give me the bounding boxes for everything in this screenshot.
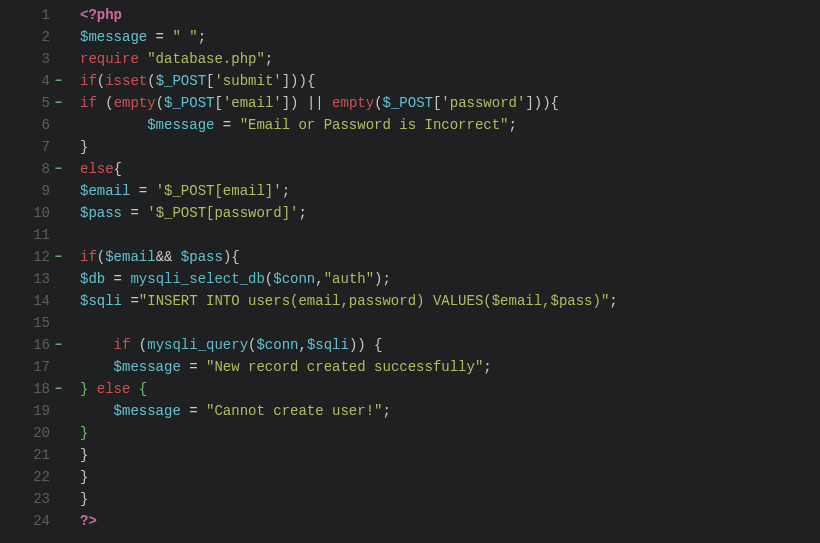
code-token: ( bbox=[156, 95, 164, 111]
line-number: 10 bbox=[0, 202, 50, 224]
code-token: "Cannot create user!" bbox=[206, 403, 382, 419]
code-editor[interactable]: 1234−5−678−9101112−13141516−1718−1920212… bbox=[0, 0, 820, 532]
code-line[interactable]: $message = "Cannot create user!"; bbox=[80, 400, 618, 422]
line-number: 24 bbox=[0, 510, 50, 532]
code-token: ; bbox=[298, 205, 306, 221]
code-token: $sqli bbox=[307, 337, 349, 353]
code-token: "auth" bbox=[324, 271, 374, 287]
code-line[interactable]: } else { bbox=[80, 378, 618, 400]
code-token: mysqli_select_db bbox=[130, 271, 264, 287]
code-token: mysqli_query bbox=[147, 337, 248, 353]
code-token: if bbox=[80, 95, 97, 111]
fold-marker-icon[interactable]: − bbox=[55, 92, 62, 114]
code-line[interactable]: $email = '$_POST[email]'; bbox=[80, 180, 618, 202]
code-area[interactable]: <?php$message = " ";require "database.ph… bbox=[72, 4, 618, 532]
code-token: ?> bbox=[80, 513, 97, 529]
line-number: 21 bbox=[0, 444, 50, 466]
code-line[interactable]: } bbox=[80, 466, 618, 488]
code-token: ; bbox=[483, 359, 491, 375]
code-token: ( bbox=[374, 95, 382, 111]
code-line[interactable]: <?php bbox=[80, 4, 618, 26]
code-token: , bbox=[298, 337, 306, 353]
code-line[interactable]: if (empty($_POST['email']) || empty($_PO… bbox=[80, 92, 618, 114]
code-token bbox=[80, 403, 114, 419]
code-line[interactable]: if($email&& $pass){ bbox=[80, 246, 618, 268]
code-token: $_POST bbox=[156, 73, 206, 89]
code-line[interactable]: if (mysqli_query($conn,$sqli)) { bbox=[80, 334, 618, 356]
code-line[interactable]: } bbox=[80, 444, 618, 466]
code-line[interactable] bbox=[80, 312, 618, 334]
code-token: ( bbox=[147, 73, 155, 89]
code-line[interactable]: else{ bbox=[80, 158, 618, 180]
line-number: 14 bbox=[0, 290, 50, 312]
code-line[interactable]: $db = mysqli_select_db($conn,"auth"); bbox=[80, 268, 618, 290]
line-number: 18− bbox=[0, 378, 50, 400]
code-token: $email bbox=[80, 183, 130, 199]
fold-marker-icon[interactable]: − bbox=[55, 70, 62, 92]
code-token: ( bbox=[97, 73, 105, 89]
code-token: = bbox=[214, 117, 239, 133]
fold-marker-icon[interactable]: − bbox=[55, 378, 62, 400]
code-line[interactable]: $sqli ="INSERT INTO users(email,password… bbox=[80, 290, 618, 312]
code-token: " " bbox=[172, 29, 197, 45]
fold-marker-icon[interactable]: − bbox=[55, 246, 62, 268]
code-line[interactable]: ?> bbox=[80, 510, 618, 532]
code-token: $_POST bbox=[164, 95, 214, 111]
line-number: 15 bbox=[0, 312, 50, 334]
code-line[interactable]: } bbox=[80, 422, 618, 444]
code-token: ])){ bbox=[525, 95, 559, 111]
code-token: require bbox=[80, 51, 139, 67]
line-number: 7 bbox=[0, 136, 50, 158]
line-number: 1 bbox=[0, 4, 50, 26]
code-token: } bbox=[80, 491, 88, 507]
code-token: if bbox=[80, 73, 97, 89]
line-number: 8− bbox=[0, 158, 50, 180]
code-token bbox=[80, 117, 147, 133]
code-line[interactable]: } bbox=[80, 488, 618, 510]
code-line[interactable] bbox=[80, 224, 618, 246]
code-token: ; bbox=[265, 51, 273, 67]
code-token: $sqli bbox=[80, 293, 122, 309]
line-number: 4− bbox=[0, 70, 50, 92]
code-line[interactable]: $message = " "; bbox=[80, 26, 618, 48]
code-token: )) { bbox=[349, 337, 383, 353]
code-token: empty bbox=[332, 95, 374, 111]
code-line[interactable]: if(isset($_POST['submit'])){ bbox=[80, 70, 618, 92]
code-token: ( bbox=[265, 271, 273, 287]
line-number: 11 bbox=[0, 224, 50, 246]
code-line[interactable]: $message = "New record created successfu… bbox=[80, 356, 618, 378]
code-token: ; bbox=[609, 293, 617, 309]
code-token: <?php bbox=[80, 7, 122, 23]
code-token: } bbox=[80, 447, 88, 463]
code-token: = bbox=[147, 29, 172, 45]
line-number: 5− bbox=[0, 92, 50, 114]
code-token: "INSERT INTO users(email,password) VALUE… bbox=[139, 293, 609, 309]
code-token bbox=[80, 337, 114, 353]
code-token: $_POST bbox=[383, 95, 433, 111]
code-line[interactable]: $message = "Email or Password is Incorre… bbox=[80, 114, 618, 136]
code-line[interactable]: } bbox=[80, 136, 618, 158]
line-number: 19 bbox=[0, 400, 50, 422]
code-token: $pass bbox=[181, 249, 223, 265]
code-token: } bbox=[80, 139, 88, 155]
fold-marker-icon[interactable]: − bbox=[55, 334, 62, 356]
code-token: "Email or Password is Incorrect" bbox=[240, 117, 509, 133]
code-token: ; bbox=[382, 403, 390, 419]
code-token: ){ bbox=[223, 249, 240, 265]
code-token: = bbox=[122, 205, 147, 221]
line-number: 6 bbox=[0, 114, 50, 136]
line-number: 12− bbox=[0, 246, 50, 268]
line-number: 13 bbox=[0, 268, 50, 290]
code-token: $conn bbox=[273, 271, 315, 287]
fold-marker-icon[interactable]: − bbox=[55, 158, 62, 180]
code-token: = bbox=[122, 293, 139, 309]
code-token: = bbox=[181, 403, 206, 419]
code-line[interactable]: require "database.php"; bbox=[80, 48, 618, 70]
code-token: $pass bbox=[80, 205, 122, 221]
code-line[interactable]: $pass = '$_POST[password]'; bbox=[80, 202, 618, 224]
code-token: } bbox=[80, 425, 88, 441]
line-number: 22 bbox=[0, 466, 50, 488]
line-number: 20 bbox=[0, 422, 50, 444]
code-token: [ bbox=[214, 95, 222, 111]
code-token: , bbox=[315, 271, 323, 287]
